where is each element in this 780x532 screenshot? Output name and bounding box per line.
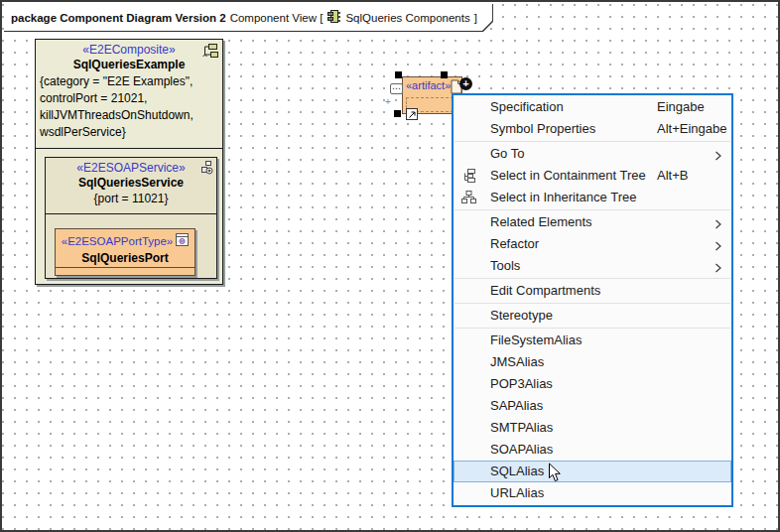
- menu-item-label: Select in Containment Tree: [490, 168, 646, 183]
- diagram-view-label: Component View [: [230, 12, 324, 24]
- menu-item-label: SAPAlias: [490, 398, 543, 413]
- menu-item-shortcut: Eingabe: [657, 99, 705, 114]
- context-menu: SpecificationEingabeSymbol PropertiesAlt…: [452, 93, 733, 507]
- menu-item-sapalias[interactable]: SAPAlias: [454, 395, 731, 417]
- component-diagram-icon: [326, 9, 341, 26]
- menu-item-label: Symbol Properties: [490, 121, 595, 136]
- menu-item-pop3alias[interactable]: POP3Alias: [454, 373, 731, 395]
- submenu-arrow-icon: [715, 261, 722, 276]
- menu-item-select-in-containment-tree[interactable]: Select in Containment TreeAlt+B: [454, 165, 731, 187]
- menu-item-related-elements[interactable]: Related Elements: [454, 211, 731, 233]
- menu-item-label: Related Elements: [490, 214, 592, 229]
- menu-item-filesystemalias[interactable]: FileSystemAlias: [454, 330, 731, 351]
- diagram-canvas[interactable]: package Component Diagram Version 2 Comp…: [0, 0, 780, 532]
- diagram-kind-title: package Component Diagram Version 2: [11, 12, 226, 24]
- service-component-icon: [200, 161, 213, 180]
- menu-item-tools[interactable]: Tools: [454, 255, 731, 277]
- more-options-button[interactable]: ⋯: [390, 83, 403, 94]
- submenu-arrow-icon: [715, 239, 722, 254]
- porttype-stereotype: «E2ESOAPPortType»: [62, 235, 174, 247]
- porttype-icon: [176, 232, 189, 250]
- porttype-compartment-divider: [56, 267, 195, 268]
- diagram-frame-tab: package Component Diagram Version 2 Comp…: [4, 4, 493, 32]
- menu-item-symbol-properties[interactable]: Symbol PropertiesAlt+Eingabe: [454, 118, 731, 140]
- menu-item-label: Select in Inheritance Tree: [490, 190, 636, 204]
- composite-name: SqlQueriesExample: [36, 58, 222, 71]
- add-related-element-button[interactable]: +: [459, 77, 472, 90]
- menu-item-sqlalias[interactable]: SQLAlias: [454, 461, 731, 482]
- submenu-arrow-icon: [715, 217, 722, 232]
- service-compartment-divider: [46, 213, 216, 214]
- menu-item-label: Tools: [490, 258, 520, 273]
- service-properties: {port = 11021}: [46, 192, 216, 205]
- selection-handle-top-right[interactable]: [441, 71, 448, 78]
- service-stereotype: «E2ESOAPService»: [46, 158, 216, 175]
- menu-separator: [455, 278, 730, 279]
- porttype-sqlqueriesport[interactable]: «E2ESOAPPortType» SqlQueriesPort: [55, 228, 195, 276]
- selection-handle-top-left[interactable]: [395, 71, 402, 78]
- containment-tree-icon: [461, 169, 477, 183]
- composite-component-sqlqueriesexample[interactable]: «E2EComposite» SqlQueriesExample {catego…: [35, 39, 223, 285]
- menu-item-label: FileSystemAlias: [490, 332, 582, 347]
- menu-separator: [455, 303, 730, 304]
- diagram-name: SqlQueries Components: [345, 12, 469, 24]
- menu-item-label: JMSAlias: [490, 354, 544, 369]
- menu-separator: [455, 328, 730, 329]
- navigate-manipulator-button[interactable]: [406, 108, 418, 120]
- service-component-sqlqueriesservice[interactable]: «E2ESOAPService» SqlQueriesService {port…: [45, 157, 217, 279]
- submenu-arrow-icon: [715, 149, 722, 164]
- menu-item-soapalias[interactable]: SOAPAlias: [454, 439, 731, 461]
- menu-item-label: Specification: [490, 99, 564, 114]
- menu-item-label: Refactor: [490, 236, 539, 251]
- menu-item-urlalias[interactable]: URLAlias: [454, 482, 731, 504]
- porttype-name: SqlQueriesPort: [56, 251, 195, 265]
- menu-item-stereotype[interactable]: Stereotype: [454, 305, 731, 327]
- menu-item-jmsalias[interactable]: JMSAlias: [454, 351, 731, 373]
- menu-item-shortcut: Alt+Eingabe: [657, 121, 726, 136]
- anchor-point-marker: +: [385, 96, 391, 107]
- menu-item-edit-compartments[interactable]: Edit Compartments: [454, 280, 731, 302]
- mouse-cursor: [548, 463, 562, 487]
- menu-item-label: SQLAlias: [490, 464, 544, 478]
- menu-item-select-in-inheritance-tree[interactable]: Select in Inheritance Tree: [454, 187, 731, 208]
- selection-handle-bottom-left[interactable]: [394, 110, 401, 117]
- menu-separator: [455, 141, 730, 142]
- menu-item-specification[interactable]: SpecificationEingabe: [454, 96, 731, 118]
- menu-item-go-to[interactable]: Go To: [454, 143, 731, 165]
- artifact-stereotype: «artifact»: [406, 79, 451, 91]
- menu-item-label: Stereotype: [490, 308, 553, 323]
- composite-properties: {category = "E2E Examples", controlPort …: [36, 71, 222, 141]
- menu-item-label: Go To: [490, 146, 524, 161]
- menu-item-label: SOAPAlias: [490, 442, 553, 457]
- composite-structure-icon: [201, 43, 219, 63]
- menu-separator: [455, 209, 730, 210]
- menu-item-shortcut: Alt+B: [657, 168, 688, 183]
- composite-stereotype: «E2EComposite»: [36, 40, 222, 57]
- menu-item-refactor[interactable]: Refactor: [454, 233, 731, 255]
- service-name: SqlQueriesService: [46, 176, 216, 190]
- diagram-name-bracket: ]: [474, 12, 477, 24]
- menu-item-label: Edit Compartments: [490, 283, 600, 298]
- menu-item-label: SMTPAlias: [490, 420, 553, 435]
- inheritance-tree-icon: [461, 191, 477, 204]
- composite-compartment-divider: [36, 148, 222, 149]
- menu-item-label: URLAlias: [490, 485, 544, 500]
- menu-item-label: POP3Alias: [490, 376, 553, 391]
- menu-item-smtpalias[interactable]: SMTPAlias: [454, 417, 731, 439]
